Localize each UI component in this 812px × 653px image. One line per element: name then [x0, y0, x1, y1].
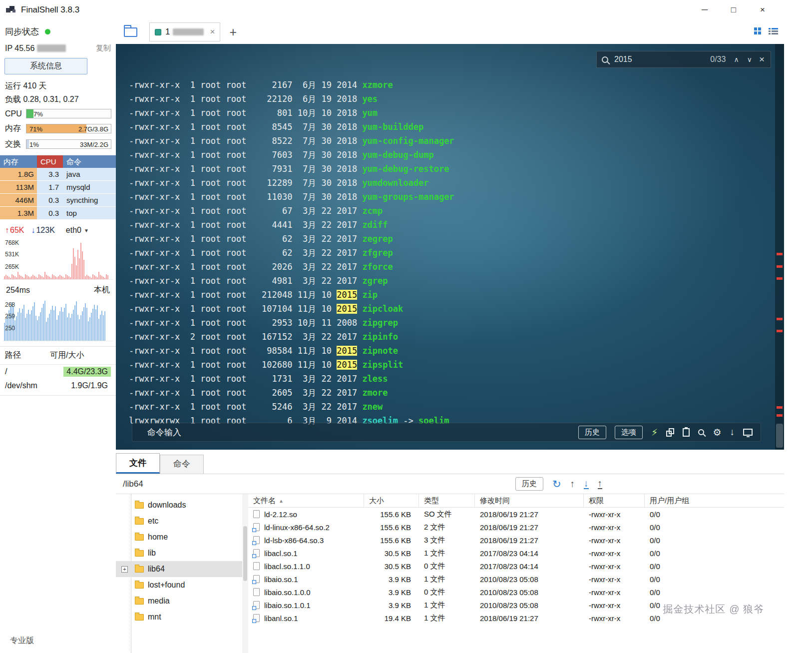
close-button[interactable]: × [748, 0, 777, 20]
history-button[interactable]: 历史 [578, 426, 606, 439]
tree-item-media[interactable]: media [116, 593, 242, 609]
file-owner: 0/0 [645, 586, 784, 599]
current-path[interactable]: /lib64 [123, 479, 143, 489]
sync-status-label: 同步状态 [5, 26, 39, 37]
terminal-line: -rwxr-xr-x 2 root root 167152 3月 22 2017… [129, 330, 764, 344]
edition-label: 专业版 [10, 636, 34, 646]
tab-close-icon[interactable]: × [210, 27, 215, 37]
tree-item-label: downloads [148, 501, 186, 510]
search-match-mark [777, 330, 783, 332]
file-owner: 0/0 [645, 534, 784, 547]
copy-ip-button[interactable]: 复制 [96, 43, 111, 53]
interface-select[interactable]: eth0 [66, 226, 81, 235]
parent-directory-icon[interactable]: ↑ [570, 480, 575, 489]
ping-scale-3: 250 [5, 325, 15, 332]
app-logo-icon [6, 5, 17, 15]
scroll-down-icon[interactable]: ↓ [730, 427, 735, 438]
process-cpu: 0.3 [37, 207, 63, 219]
expander-icon[interactable]: + [121, 566, 128, 573]
tree-scrollbar-thumb[interactable] [243, 526, 247, 581]
tree-item-downloads[interactable]: downloads [116, 497, 242, 513]
file-row[interactable]: ld-linux-x86-64.so.2155.6 KB2 文件2018/06/… [248, 521, 784, 534]
search-next-icon[interactable]: ∨ [747, 55, 752, 63]
search-close-icon[interactable]: × [759, 54, 765, 65]
grid-view-icon[interactable] [754, 27, 762, 37]
session-tab[interactable]: 1 × [149, 22, 220, 41]
file-row[interactable]: libaio.so.13.9 KB1 文件2010/08/23 05:08-rw… [248, 573, 784, 586]
system-info-button[interactable]: 系统信息 [4, 58, 87, 74]
search-prev-icon[interactable]: ∧ [734, 55, 739, 63]
download-rate: 123K [36, 226, 54, 235]
upload-icon[interactable]: ↑ [598, 479, 603, 489]
download-icon[interactable]: ↓ [584, 479, 589, 489]
file-row[interactable]: libacl.so.130.5 KB1 文件2017/08/23 04:14-r… [248, 547, 784, 560]
file-type: 0 文件 [419, 586, 475, 599]
column-header-owner[interactable]: 用户/用户组 [645, 494, 784, 507]
list-view-icon[interactable] [769, 27, 778, 37]
minimize-button[interactable]: ─ [690, 0, 719, 20]
download-arrow-icon: ↓ [31, 226, 35, 235]
maximize-button[interactable]: □ [719, 0, 748, 20]
cpu-meter-row: CPU 7% [0, 106, 116, 121]
file-row[interactable]: ld-2.12.so155.6 KBSO 文件2018/06/19 21:27-… [248, 508, 784, 521]
tree-item-mnt[interactable]: mnt [116, 609, 242, 625]
terminal[interactable]: 2015 0/33 ∧ ∨ × -rwxr-xr-x 1 root root 2… [116, 44, 784, 450]
command-input[interactable]: 命令输入 [147, 427, 181, 438]
tree-scrollbar[interactable] [242, 494, 248, 653]
lightning-icon[interactable]: ⚡ [651, 427, 658, 438]
file-table-header: 文件名▲ 大小 类型 修改时间 权限 用户/用户组 [248, 494, 784, 508]
tree-item-home[interactable]: home [116, 529, 242, 545]
file-row[interactable]: libacl.so.1.1.030.5 KB0 文件2017/08/23 04:… [248, 560, 784, 573]
file-type: 1 文件 [419, 547, 475, 560]
process-row[interactable]: 1.8G3.3java [0, 168, 116, 181]
memory-percent: 71% [29, 125, 42, 133]
column-header-size[interactable]: 大小 [364, 494, 419, 507]
process-header-command[interactable]: 命令 [63, 155, 116, 168]
file-row[interactable]: libaio.so.1.0.03.9 KB0 文件2010/08/23 05:0… [248, 586, 784, 599]
file-row[interactable]: ld-lsb-x86-64.so.3155.6 KB3 文件2018/06/19… [248, 534, 784, 547]
refresh-icon[interactable]: ↻ [552, 480, 561, 489]
fullscreen-icon[interactable] [743, 429, 753, 436]
file-icon [253, 614, 260, 622]
command-bar: 命令输入 历史 选项 ⚡ ⚙ ↓ [132, 423, 761, 442]
open-folder-icon[interactable] [124, 27, 137, 37]
tree-item-etc[interactable]: etc [116, 513, 242, 529]
tab-files[interactable]: 文件 [116, 453, 160, 474]
process-header-memory[interactable]: 内存 [0, 155, 37, 168]
scrollbar-thumb[interactable] [776, 424, 783, 448]
terminal-scrollbar[interactable] [775, 44, 784, 450]
settings-gear-icon[interactable]: ⚙ [713, 427, 721, 438]
search-match-mark [777, 277, 783, 280]
tree-item-label: media [148, 597, 170, 606]
paste-icon[interactable] [683, 428, 690, 437]
tree-item-lost+found[interactable]: lost+found [116, 577, 242, 593]
disk-path: /dev/shm [5, 381, 68, 390]
tree-item-label: mnt [148, 613, 161, 622]
process-row[interactable]: 113M1.7mysqld [0, 181, 116, 194]
search-tool-icon[interactable] [698, 429, 704, 435]
copy-icon[interactable] [666, 428, 674, 437]
search-input[interactable]: 2015 [614, 55, 710, 64]
file-icon [253, 575, 260, 583]
tree-item-lib64[interactable]: +lib64 [116, 561, 242, 577]
file-name: libaio.so.1.0.0 [248, 586, 364, 599]
process-row[interactable]: 446M0.3syncthing [0, 194, 116, 207]
column-header-filename[interactable]: 文件名▲ [248, 494, 364, 507]
file-history-button[interactable]: 历史 [515, 477, 543, 491]
process-command: mysqld [63, 181, 116, 193]
terminal-search-bar: 2015 0/33 ∧ ∨ × [596, 51, 771, 68]
process-row[interactable]: 1.3M0.3top [0, 207, 116, 220]
splitter-handle[interactable] [116, 450, 784, 454]
new-tab-button[interactable]: + [229, 25, 237, 39]
tree-item-lib[interactable]: lib [116, 545, 242, 561]
terminal-line: -rwxr-xr-x 1 root root 5246 3月 22 2017 z… [129, 400, 764, 414]
chevron-down-icon[interactable]: ▼ [84, 228, 89, 233]
column-header-permissions[interactable]: 权限 [584, 494, 645, 507]
column-header-type[interactable]: 类型 [419, 494, 475, 507]
options-button[interactable]: 选项 [615, 426, 643, 439]
tab-commands[interactable]: 命令 [160, 455, 204, 474]
folder-icon [135, 582, 144, 589]
column-header-mtime[interactable]: 修改时间 [475, 494, 584, 507]
process-header-cpu[interactable]: CPU [37, 155, 63, 168]
file-permissions: -rwxr-xr-x [584, 586, 645, 599]
